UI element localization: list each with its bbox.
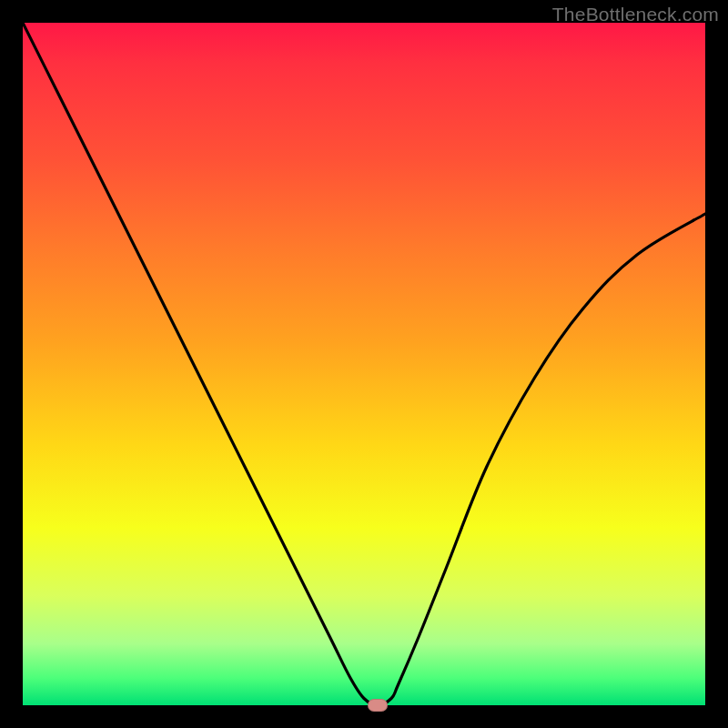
- chart-frame: TheBottleneck.com: [0, 0, 728, 728]
- bottleneck-curve: [23, 23, 705, 705]
- optimum-marker: [368, 699, 388, 712]
- plot-area: [23, 23, 705, 705]
- watermark-text: TheBottleneck.com: [552, 4, 719, 25]
